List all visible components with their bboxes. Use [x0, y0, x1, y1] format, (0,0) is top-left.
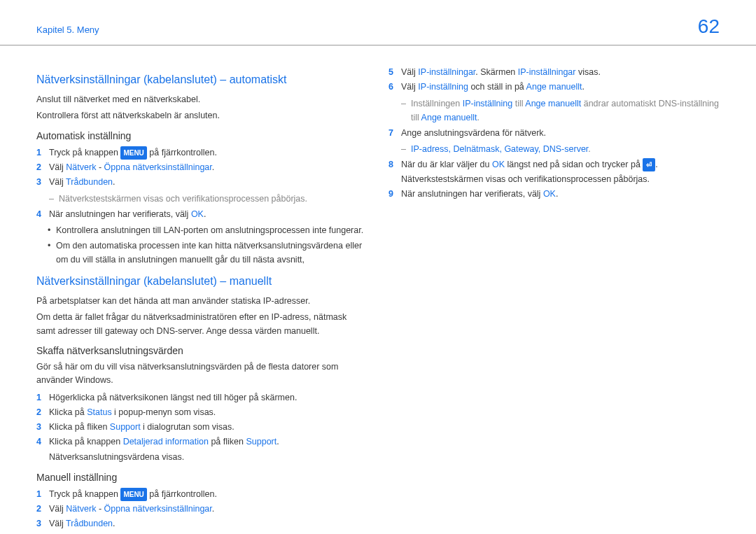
intro-paragraph: Anslut till nätverket med en nätverkskab… [36, 93, 368, 106]
step-text: När anslutningen har verifierats, välj [401, 189, 543, 199]
menu-badge-icon: MENU [120, 488, 146, 501]
step-item: 1 Tryck på knappen MENU på fjärrkontroll… [36, 487, 368, 502]
step-text: - [96, 162, 104, 172]
step-text: När anslutningen har verifierats, välj [49, 209, 191, 219]
step-text: När du är klar väljer du [401, 160, 492, 169]
step-text: på fjärrkontrollen. [147, 489, 217, 499]
section-heading-manual: Nätverksinställningar (kabelanslutet) – … [36, 275, 368, 288]
step-item: 3 Välj Trådbunden. [36, 517, 368, 531]
link-ip-values[interactable]: IP-adress, Delnätmask, Gateway, DNS-serv… [411, 144, 588, 154]
step-number: 5 [388, 65, 393, 80]
step-item: 1 Högerklicka på nätverksikonen längst n… [36, 391, 368, 405]
link-detaljerad[interactable]: Detaljerad information [123, 437, 209, 447]
note-bullet: Kontrollera anslutningen till LAN-porten… [36, 223, 368, 237]
step-number: 7 [388, 126, 393, 141]
step-item: 1 Tryck på knappen MENU på fjärrkontroll… [36, 146, 368, 160]
step-item: 8 När du är klar väljer du OK längst ned… [388, 157, 720, 188]
link-ip-installningar[interactable]: IP-inställningar [418, 67, 475, 77]
link-ip-installning[interactable]: IP-inställning [418, 82, 468, 92]
step-text: på fliken [209, 437, 246, 447]
subsection-heading-auto-setup: Automatisk inställning [36, 130, 368, 141]
step-text: . Skärmen [475, 67, 517, 77]
note-text: till [512, 99, 525, 108]
step-number: 4 [36, 435, 41, 449]
step-note: Nätverkstestskärmen visas och verifikati… [36, 192, 368, 206]
step-number: 2 [36, 502, 41, 517]
intro-paragraph: Kontrollera först att nätverkskabeln är … [36, 109, 368, 122]
steps-manual: 1 Tryck på knappen MENU på fjärrkontroll… [36, 487, 368, 534]
link-status[interactable]: Status [87, 407, 111, 417]
step-text: Klicka på knappen [49, 437, 123, 447]
step-item: 2 Välj Nätverk - Öppna nätverksinställni… [36, 160, 368, 175]
step-text: . [204, 209, 206, 219]
link-ok[interactable]: OK [492, 160, 505, 169]
step-text: . [113, 519, 115, 528]
menu-badge-icon: MENU [120, 146, 146, 160]
steps-auto: 1 Tryck på knappen MENU på fjärrkontroll… [36, 146, 368, 222]
subsection-heading-skaffa: Skaffa nätverksanslutningsvärden [36, 345, 368, 356]
link-natverk[interactable]: Nätverk [66, 504, 96, 514]
right-column: 5 Välj IP-inställningar. Skärmen IP-inst… [388, 65, 720, 534]
step-text: Ange anslutningsvärdena för nätverk. [401, 128, 546, 138]
link-natverk[interactable]: Nätverk [66, 162, 96, 172]
step-item: 4 Klicka på knappen Detaljerad informati… [36, 435, 368, 465]
step-text: och ställ in på [468, 82, 526, 92]
link-support[interactable]: Support [246, 437, 276, 447]
note-text: Inställningen [411, 99, 463, 108]
link-support[interactable]: Support [110, 422, 141, 432]
link-ange-manuellt[interactable]: Ange manuellt [526, 82, 582, 92]
note-text: . [588, 144, 590, 154]
step-item: 9 När anslutningen har verifierats, välj… [388, 187, 720, 202]
link-ange-manuellt[interactable]: Ange manuellt [525, 99, 581, 108]
step-text: . [556, 189, 558, 199]
page-content: Nätverksinställningar (kabelanslutet) – … [0, 65, 756, 534]
step-text: . [212, 504, 214, 514]
intro-paragraph: Om detta är fallet frågar du nätverksadm… [36, 311, 368, 338]
step-text: Tryck på knappen [49, 148, 120, 157]
step-text: Välj [49, 519, 66, 528]
step-text: - [96, 504, 104, 514]
link-ip-installning[interactable]: IP-inställning [463, 99, 513, 108]
step-text: Välj [49, 162, 66, 172]
link-ange-manuellt[interactable]: Ange manuellt [421, 113, 477, 122]
step-text: i popup-menyn som visas. [112, 407, 216, 417]
step-item: 2 Välj Nätverk - Öppna nätverksinställni… [36, 502, 368, 517]
link-tradbunden[interactable]: Trådbunden [66, 177, 113, 187]
link-ip-installningar[interactable]: IP-inställningar [518, 67, 576, 77]
step-text: . [113, 177, 115, 187]
step-number: 1 [36, 146, 41, 160]
step-text: Klicka på fliken [49, 422, 110, 432]
step-text: Klicka på [49, 407, 87, 417]
left-column: Nätverksinställningar (kabelanslutet) – … [36, 65, 368, 534]
step-number: 1 [36, 391, 41, 405]
step-text: i dialogrutan som visas. [141, 422, 234, 432]
step-item: 4 När anslutningen har verifierats, välj… [36, 207, 368, 222]
step-item: 3 Klicka på fliken Support i dialogrutan… [36, 420, 368, 435]
step-number: 2 [36, 160, 41, 175]
step-item: 7 Ange anslutningsvärdena för nätverk. [388, 126, 720, 141]
step-item: 3 Välj Trådbunden. [36, 175, 368, 190]
page-number: 62 [698, 15, 720, 38]
step-text: Högerklicka på nätverksikonen längst ned… [49, 393, 297, 402]
steps-skaffa: 1 Högerklicka på nätverksikonen längst n… [36, 391, 368, 465]
step-item: 5 Välj IP-inställningar. Skärmen IP-inst… [388, 65, 720, 80]
step-text: Välj [49, 177, 66, 187]
link-ok[interactable]: OK [543, 189, 556, 199]
intro-paragraph: På arbetsplatser kan det hända att man a… [36, 295, 368, 308]
step-text: Välj [401, 82, 418, 92]
step-number: 3 [36, 420, 41, 435]
step-text: längst ned på sidan och trycker på [505, 160, 643, 169]
link-oppna[interactable]: Öppna nätverksinställningar [104, 504, 212, 514]
link-oppna[interactable]: Öppna nätverksinställningar [104, 162, 212, 172]
note-text: . [477, 113, 479, 122]
link-tradbunden[interactable]: Trådbunden [66, 519, 113, 528]
step-text: . [212, 162, 214, 172]
step-text: Välj [49, 504, 66, 514]
step-item: 2 Klicka på Status i popup-menyn som vis… [36, 405, 368, 420]
step-text: på fjärrkontrollen. [147, 148, 217, 157]
step-number: 3 [36, 175, 41, 190]
step-note: IP-adress, Delnätmask, Gateway, DNS-serv… [388, 142, 720, 156]
link-ok[interactable]: OK [191, 209, 204, 219]
section-heading-auto: Nätverksinställningar (kabelanslutet) – … [36, 73, 368, 86]
step-text: visas. [575, 67, 600, 77]
